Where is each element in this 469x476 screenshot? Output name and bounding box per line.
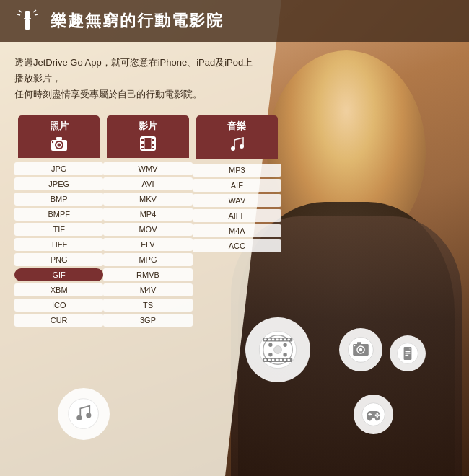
svg-rect-60	[405, 351, 410, 352]
svg-point-57	[376, 415, 378, 418]
svg-point-50	[354, 345, 355, 346]
list-item: FLV	[103, 238, 192, 251]
music-format-list: MP3 AIF WAV AIFF M4A ACC	[193, 164, 281, 252]
svg-rect-14	[141, 141, 144, 144]
svg-point-64	[77, 415, 82, 420]
svg-point-21	[240, 144, 244, 149]
svg-rect-18	[152, 146, 155, 148]
svg-line-5	[17, 14, 20, 15]
format-columns: 照片 JPG JPEG BMP BMPF TIF TIFF	[14, 115, 281, 327]
photo-column: 照片 JPG JPEG BMP BMPF TIF TIFF	[14, 115, 103, 327]
list-item: MKV	[103, 193, 192, 206]
svg-point-56	[377, 415, 380, 417]
svg-rect-49	[357, 342, 361, 345]
file-deco	[390, 335, 426, 371]
list-item: M4A	[193, 224, 281, 237]
svg-line-3	[19, 10, 22, 12]
header-bar: 樂趣無窮的行動電影院	[0, 0, 469, 42]
svg-rect-39	[284, 359, 286, 361]
svg-rect-53	[368, 414, 372, 415]
svg-rect-31	[280, 338, 282, 340]
svg-rect-19	[144, 137, 152, 150]
list-item: BMP	[14, 193, 103, 206]
list-item: AVI	[103, 177, 192, 190]
svg-rect-33	[288, 338, 290, 340]
svg-point-24	[274, 346, 282, 354]
svg-rect-35	[268, 359, 271, 361]
video-column: 影片 WMV AVI MKV	[103, 115, 192, 327]
music-column: 音樂 MP3 AIF WAV AIFF M4A ACC	[193, 115, 281, 327]
list-item: MP3	[193, 164, 281, 177]
list-item: JPG	[14, 162, 103, 175]
video-format-list: WMV AVI MKV MP4 MOV FLV MPG RMVB M4V TS …	[103, 162, 192, 327]
music-category-header: 音樂	[196, 115, 278, 159]
page-title: 樂趣無窮的行動電影院	[51, 10, 224, 32]
svg-line-4	[33, 10, 36, 12]
svg-rect-36	[272, 359, 274, 361]
svg-point-11	[51, 141, 53, 143]
photo-format-list: JPG JPEG BMP BMPF TIF TIFF PNG GIF XBM I…	[14, 162, 103, 327]
svg-point-43	[268, 353, 272, 356]
svg-rect-38	[280, 359, 282, 361]
list-item: XBM	[14, 283, 103, 296]
list-item: MP4	[103, 208, 192, 221]
photo-category-header: 照片	[18, 115, 100, 158]
list-item: ICO	[14, 299, 103, 312]
svg-point-48	[359, 348, 362, 351]
film-icon	[110, 136, 185, 154]
svg-rect-30	[276, 338, 278, 340]
connector-icon	[14, 8, 40, 34]
svg-rect-61	[405, 353, 410, 353]
photo-deco	[339, 328, 382, 371]
list-item: RMVB	[103, 268, 192, 281]
list-item: TS	[103, 299, 192, 312]
svg-point-65	[87, 413, 92, 418]
svg-point-20	[231, 146, 235, 151]
list-item: TIF	[14, 223, 103, 236]
list-item: M4V	[103, 283, 192, 296]
svg-rect-37	[276, 359, 278, 361]
list-item: AIFF	[193, 209, 281, 222]
svg-point-55	[374, 415, 377, 417]
svg-rect-40	[288, 359, 290, 361]
list-item: CUR	[14, 314, 103, 327]
svg-rect-29	[272, 338, 274, 340]
list-item: BMPF	[14, 208, 103, 221]
game-deco	[354, 395, 393, 434]
list-item: 3GP	[103, 314, 192, 327]
svg-rect-32	[284, 338, 286, 340]
svg-rect-15	[141, 146, 144, 148]
list-item: MPG	[103, 253, 192, 266]
list-item: ACC	[193, 239, 281, 252]
list-item: WAV	[193, 194, 281, 207]
list-item: PNG	[14, 253, 103, 266]
svg-rect-27	[264, 338, 266, 340]
list-item: AIF	[193, 179, 281, 192]
list-item: JPEG	[14, 177, 103, 190]
svg-rect-16	[152, 137, 155, 139]
svg-rect-1	[24, 18, 31, 19]
video-category-header: 影片	[107, 115, 188, 158]
camera-icon	[21, 136, 97, 154]
music-note-icon	[199, 136, 275, 155]
list-item: MOV	[103, 223, 192, 236]
svg-point-9	[57, 144, 61, 147]
main-content: 透過JetDrive Go App，就可恣意在iPhone、iPad及iPod上…	[0, 42, 469, 327]
svg-rect-2	[25, 19, 30, 30]
svg-point-54	[376, 413, 378, 415]
svg-rect-10	[56, 137, 62, 140]
svg-rect-62	[405, 355, 408, 356]
music-deco	[58, 388, 110, 440]
svg-line-6	[35, 14, 38, 15]
svg-rect-13	[141, 137, 144, 139]
svg-rect-34	[264, 359, 266, 361]
svg-point-42	[283, 343, 286, 347]
svg-rect-17	[152, 141, 155, 144]
list-item: GIF	[14, 268, 103, 281]
list-item: TIFF	[14, 238, 103, 251]
svg-point-63	[69, 399, 99, 429]
film-reel-deco	[245, 317, 310, 382]
svg-point-41	[268, 343, 272, 347]
description-text: 透過JetDrive Go App，就可恣意在iPhone、iPad及iPod上…	[14, 55, 260, 102]
list-item: WMV	[103, 162, 192, 175]
